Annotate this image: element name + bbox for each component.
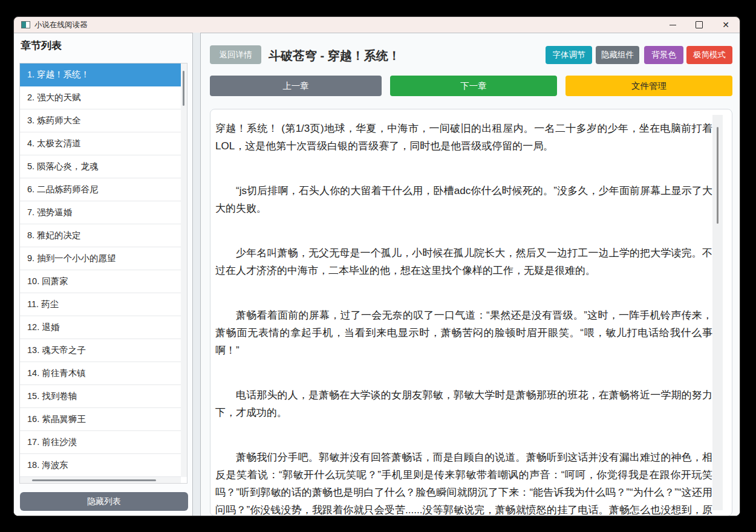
chapter-item[interactable]: 16. 紫晶翼狮王 (20, 408, 181, 431)
app-title: 小说在线阅读器 (34, 20, 88, 30)
chapter-item[interactable]: 14. 前往青木镇 (20, 362, 181, 385)
maximize-icon[interactable] (695, 21, 703, 29)
app-icon (21, 21, 30, 28)
chapter-item[interactable]: 18. 海波东 (20, 454, 181, 477)
hide-list-button[interactable]: 隐藏列表 (20, 492, 188, 511)
paragraph: “js切后排啊，石头人你的大留着干什么用，卧槽adc你什么时候死的。”没多久，少… (215, 182, 712, 217)
reader-panel: 返回详情 斗破苍穹 - 穿越！系统！ 字体调节 隐藏组件 背景色 极简模式 上一… (200, 33, 740, 516)
chapter-item[interactable]: 5. 陨落心炎，龙魂 (20, 155, 181, 178)
titlebar: 小说在线阅读器 ✕ (14, 17, 740, 33)
chapter-list-header: 章节列表 (21, 39, 62, 53)
content: 章节列表 1. 穿越！系统！2. 强大的天赋3. 炼药师大全4. 太极玄清道5.… (14, 33, 740, 516)
font-adjust-button[interactable]: 字体调节 (546, 46, 592, 64)
chapter-sidebar: 章节列表 1. 穿越！系统！2. 强大的天赋3. 炼药师大全4. 太极玄清道5.… (14, 33, 193, 516)
chapter-list-vertical-scrollbar-thumb[interactable] (183, 71, 184, 106)
paragraph: 穿越！系统！ (第1/3页)地球，华夏，中海市，一间破旧的出租屋内。一名二十多岁… (215, 120, 712, 155)
paragraph: 萧畅看着面前的屏幕，过了一会无奈的叹了一口气道：“果然还是没有晋级。”这时，一阵… (215, 307, 712, 359)
app-window: 小说在线阅读器 ✕ 章节列表 1. 穿越！系统！2. 强大的天赋3. 炼药师大全… (13, 16, 740, 516)
chapter-list: 1. 穿越！系统！2. 强大的天赋3. 炼药师大全4. 太极玄清道5. 陨落心炎… (19, 63, 187, 484)
chapter-item[interactable]: 13. 魂天帝之子 (20, 339, 181, 362)
back-to-details-button[interactable]: 返回详情 (210, 45, 261, 64)
chapter-item[interactable]: 8. 雅妃的决定 (20, 224, 181, 247)
panel-divider (193, 33, 200, 516)
chapter-item[interactable]: 4. 太极玄清道 (20, 132, 181, 155)
reader-vertical-scrollbar-thumb[interactable] (717, 127, 719, 224)
chapter-list-horizontal-scrollbar[interactable] (20, 477, 181, 483)
chapter-item[interactable]: 10. 回萧家 (20, 270, 181, 293)
chapter-list-vertical-scrollbar[interactable] (181, 63, 187, 477)
chapter-item[interactable]: 2. 强大的天赋 (20, 86, 181, 109)
chapter-list-horizontal-scrollbar-thumb[interactable] (32, 479, 156, 481)
minimize-icon[interactable] (668, 21, 677, 29)
hide-widgets-button[interactable]: 隐藏组件 (596, 46, 639, 64)
chapter-item[interactable]: 15. 找到卷轴 (20, 385, 181, 408)
prev-chapter-button[interactable]: 上一章 (210, 76, 382, 96)
file-manager-button[interactable]: 文件管理 (565, 76, 732, 96)
paragraph: 少年名叫萧畅，无父无母是一个孤儿，小时候在孤儿院长大，然后又一边打工一边上学的把… (215, 244, 712, 279)
background-color-button[interactable]: 背景色 (644, 46, 683, 64)
reader-text: 穿越！系统！ (第1/3页)地球，华夏，中海市，一间破旧的出租屋内。一名二十多岁… (215, 120, 712, 516)
chapter-item[interactable]: 12. 退婚 (20, 316, 181, 339)
window-controls: ✕ (668, 17, 730, 33)
close-icon[interactable]: ✕ (722, 21, 730, 29)
chapter-item[interactable]: 9. 抽到一个小小的愿望 (20, 247, 181, 270)
chapter-item[interactable]: 3. 炼药师大全 (20, 109, 181, 132)
reader-vertical-scrollbar[interactable] (712, 115, 723, 510)
chapter-item[interactable]: 6. 二品炼药师谷尼 (20, 178, 181, 201)
paragraph: 萧畅我们分手吧。郭敏并没有回答萧畅话，而是自顾自的说道。萧畅听到这话并没有漏出难… (215, 449, 712, 516)
next-chapter-button[interactable]: 下一章 (390, 76, 557, 96)
paragraph: 电话那头的人，是萧畅在大学谈的女朋友郭敏，郭敏大学时是萧畅那班的班花，在萧畅将近… (215, 386, 712, 421)
chapter-item[interactable]: 11. 药尘 (20, 293, 181, 316)
reader-text-area[interactable]: 穿越！系统！ (第1/3页)地球，华夏，中海市，一间破旧的出租屋内。一名二十多岁… (210, 109, 732, 516)
chapter-item[interactable]: 7. 强势逼婚 (20, 201, 181, 224)
minimal-mode-button[interactable]: 极简模式 (686, 46, 732, 64)
chapter-item-selected[interactable]: 1. 穿越！系统！ (20, 63, 181, 86)
chapter-title: 斗破苍穹 - 穿越！系统！ (269, 48, 400, 64)
chapter-list-items: 1. 穿越！系统！2. 强大的天赋3. 炼药师大全4. 太极玄清道5. 陨落心炎… (20, 63, 187, 477)
chapter-item[interactable]: 17. 前往沙漠 (20, 431, 181, 454)
